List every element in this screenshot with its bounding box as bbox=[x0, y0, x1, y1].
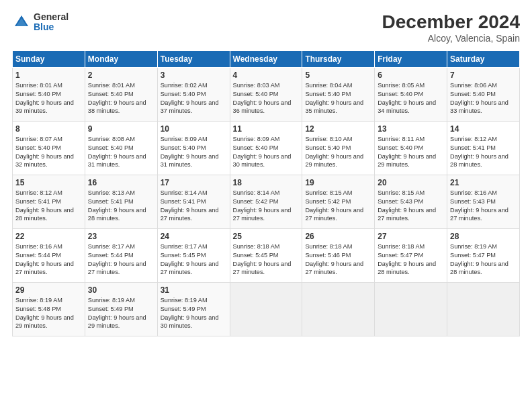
day-cell: 20Sunrise: 8:15 AM Sunset: 5:43 PM Dayli… bbox=[375, 175, 447, 228]
day-number: 17 bbox=[161, 178, 227, 187]
header-row: SundayMondayTuesdayWednesdayThursdayFrid… bbox=[13, 50, 520, 67]
col-header-sunday: Sunday bbox=[13, 50, 85, 67]
day-cell: 27Sunrise: 8:18 AM Sunset: 5:47 PM Dayli… bbox=[375, 228, 447, 282]
col-header-tuesday: Tuesday bbox=[157, 50, 230, 67]
day-number: 16 bbox=[88, 178, 154, 187]
month-title: December 2024 bbox=[382, 12, 520, 33]
day-cell: 4Sunrise: 8:03 AM Sunset: 5:40 PM Daylig… bbox=[230, 67, 302, 121]
day-number: 21 bbox=[450, 178, 517, 187]
day-detail: Sunrise: 8:09 AM Sunset: 5:40 PM Dayligh… bbox=[161, 135, 227, 170]
logo-blue-text: Blue bbox=[34, 22, 69, 32]
day-detail: Sunrise: 8:07 AM Sunset: 5:40 PM Dayligh… bbox=[15, 135, 82, 170]
week-row-4: 29Sunrise: 8:19 AM Sunset: 5:48 PM Dayli… bbox=[13, 282, 520, 336]
day-number: 24 bbox=[161, 232, 227, 241]
col-header-friday: Friday bbox=[375, 50, 447, 67]
day-cell: 11Sunrise: 8:09 AM Sunset: 5:40 PM Dayli… bbox=[230, 121, 302, 175]
day-detail: Sunrise: 8:02 AM Sunset: 5:40 PM Dayligh… bbox=[161, 81, 227, 116]
day-detail: Sunrise: 8:15 AM Sunset: 5:42 PM Dayligh… bbox=[305, 189, 371, 224]
day-cell: 30Sunrise: 8:19 AM Sunset: 5:49 PM Dayli… bbox=[85, 282, 157, 336]
day-detail: Sunrise: 8:08 AM Sunset: 5:40 PM Dayligh… bbox=[88, 135, 154, 170]
day-cell: 7Sunrise: 8:06 AM Sunset: 5:40 PM Daylig… bbox=[447, 67, 520, 121]
day-number: 19 bbox=[305, 178, 371, 187]
day-number: 30 bbox=[88, 285, 154, 295]
day-number: 23 bbox=[88, 232, 154, 241]
day-cell: 9Sunrise: 8:08 AM Sunset: 5:40 PM Daylig… bbox=[85, 121, 157, 175]
logo-icon bbox=[12, 13, 31, 32]
day-detail: Sunrise: 8:15 AM Sunset: 5:43 PM Dayligh… bbox=[378, 189, 444, 224]
location: Alcoy, Valencia, Spain bbox=[382, 33, 520, 44]
day-detail: Sunrise: 8:13 AM Sunset: 5:41 PM Dayligh… bbox=[88, 189, 154, 224]
day-cell: 12Sunrise: 8:10 AM Sunset: 5:40 PM Dayli… bbox=[302, 121, 375, 175]
day-number: 20 bbox=[378, 178, 444, 187]
day-detail: Sunrise: 8:18 AM Sunset: 5:46 PM Dayligh… bbox=[305, 242, 371, 277]
day-number: 29 bbox=[15, 285, 82, 295]
day-number: 28 bbox=[450, 232, 517, 241]
day-cell: 5Sunrise: 8:04 AM Sunset: 5:40 PM Daylig… bbox=[302, 67, 375, 121]
day-detail: Sunrise: 8:14 AM Sunset: 5:41 PM Dayligh… bbox=[161, 189, 227, 224]
day-cell: 15Sunrise: 8:12 AM Sunset: 5:41 PM Dayli… bbox=[13, 175, 85, 228]
day-cell bbox=[230, 282, 302, 336]
day-number: 5 bbox=[305, 71, 371, 80]
day-cell bbox=[375, 282, 447, 336]
day-detail: Sunrise: 8:01 AM Sunset: 5:40 PM Dayligh… bbox=[88, 81, 154, 116]
day-detail: Sunrise: 8:19 AM Sunset: 5:48 PM Dayligh… bbox=[15, 296, 82, 331]
day-cell: 19Sunrise: 8:15 AM Sunset: 5:42 PM Dayli… bbox=[302, 175, 375, 228]
col-header-monday: Monday bbox=[85, 50, 157, 67]
day-number: 10 bbox=[161, 124, 227, 134]
day-number: 12 bbox=[305, 124, 371, 134]
day-cell: 31Sunrise: 8:19 AM Sunset: 5:49 PM Dayli… bbox=[157, 282, 230, 336]
day-detail: Sunrise: 8:18 AM Sunset: 5:47 PM Dayligh… bbox=[378, 242, 444, 277]
day-detail: Sunrise: 8:06 AM Sunset: 5:40 PM Dayligh… bbox=[450, 81, 517, 116]
day-detail: Sunrise: 8:19 AM Sunset: 5:47 PM Dayligh… bbox=[450, 242, 517, 277]
day-number: 7 bbox=[450, 71, 517, 80]
day-detail: Sunrise: 8:11 AM Sunset: 5:40 PM Dayligh… bbox=[378, 135, 444, 170]
day-detail: Sunrise: 8:05 AM Sunset: 5:40 PM Dayligh… bbox=[378, 81, 444, 116]
day-cell: 3Sunrise: 8:02 AM Sunset: 5:40 PM Daylig… bbox=[157, 67, 230, 121]
day-detail: Sunrise: 8:19 AM Sunset: 5:49 PM Dayligh… bbox=[88, 296, 154, 331]
day-number: 8 bbox=[15, 124, 82, 134]
day-number: 26 bbox=[305, 232, 371, 241]
col-header-saturday: Saturday bbox=[447, 50, 520, 67]
day-detail: Sunrise: 8:09 AM Sunset: 5:40 PM Dayligh… bbox=[233, 135, 300, 170]
col-header-wednesday: Wednesday bbox=[230, 50, 302, 67]
day-cell: 18Sunrise: 8:14 AM Sunset: 5:42 PM Dayli… bbox=[230, 175, 302, 228]
day-number: 22 bbox=[15, 232, 82, 241]
week-row-2: 15Sunrise: 8:12 AM Sunset: 5:41 PM Dayli… bbox=[13, 175, 520, 228]
day-detail: Sunrise: 8:17 AM Sunset: 5:44 PM Dayligh… bbox=[88, 242, 154, 277]
logo-text: General Blue bbox=[34, 12, 69, 33]
day-number: 2 bbox=[88, 71, 154, 80]
day-number: 6 bbox=[378, 71, 444, 80]
day-cell: 13Sunrise: 8:11 AM Sunset: 5:40 PM Dayli… bbox=[375, 121, 447, 175]
day-number: 31 bbox=[161, 285, 227, 295]
day-number: 13 bbox=[378, 124, 444, 134]
header: General Blue December 2024 Alcoy, Valenc… bbox=[12, 12, 520, 44]
day-number: 1 bbox=[15, 71, 82, 80]
day-cell: 23Sunrise: 8:17 AM Sunset: 5:44 PM Dayli… bbox=[85, 228, 157, 282]
day-cell: 1Sunrise: 8:01 AM Sunset: 5:40 PM Daylig… bbox=[13, 67, 85, 121]
page: General Blue December 2024 Alcoy, Valenc… bbox=[0, 0, 532, 411]
day-detail: Sunrise: 8:16 AM Sunset: 5:43 PM Dayligh… bbox=[450, 189, 517, 224]
day-cell bbox=[447, 282, 520, 336]
day-detail: Sunrise: 8:12 AM Sunset: 5:41 PM Dayligh… bbox=[15, 189, 82, 224]
day-cell: 29Sunrise: 8:19 AM Sunset: 5:48 PM Dayli… bbox=[13, 282, 85, 336]
week-row-0: 1Sunrise: 8:01 AM Sunset: 5:40 PM Daylig… bbox=[13, 67, 520, 121]
day-detail: Sunrise: 8:19 AM Sunset: 5:49 PM Dayligh… bbox=[161, 296, 227, 331]
day-cell: 26Sunrise: 8:18 AM Sunset: 5:46 PM Dayli… bbox=[302, 228, 375, 282]
day-detail: Sunrise: 8:04 AM Sunset: 5:40 PM Dayligh… bbox=[305, 81, 371, 116]
calendar-table: SundayMondayTuesdayWednesdayThursdayFrid… bbox=[12, 50, 520, 336]
logo-general-text: General bbox=[34, 12, 69, 22]
day-number: 15 bbox=[15, 178, 82, 187]
col-header-thursday: Thursday bbox=[302, 50, 375, 67]
day-number: 4 bbox=[233, 71, 300, 80]
day-number: 9 bbox=[88, 124, 154, 134]
title-block: December 2024 Alcoy, Valencia, Spain bbox=[382, 12, 520, 44]
week-row-1: 8Sunrise: 8:07 AM Sunset: 5:40 PM Daylig… bbox=[13, 121, 520, 175]
day-cell bbox=[302, 282, 375, 336]
day-cell: 17Sunrise: 8:14 AM Sunset: 5:41 PM Dayli… bbox=[157, 175, 230, 228]
day-cell: 21Sunrise: 8:16 AM Sunset: 5:43 PM Dayli… bbox=[447, 175, 520, 228]
day-cell: 10Sunrise: 8:09 AM Sunset: 5:40 PM Dayli… bbox=[157, 121, 230, 175]
day-cell: 25Sunrise: 8:18 AM Sunset: 5:45 PM Dayli… bbox=[230, 228, 302, 282]
day-detail: Sunrise: 8:18 AM Sunset: 5:45 PM Dayligh… bbox=[233, 242, 300, 277]
day-cell: 16Sunrise: 8:13 AM Sunset: 5:41 PM Dayli… bbox=[85, 175, 157, 228]
day-cell: 2Sunrise: 8:01 AM Sunset: 5:40 PM Daylig… bbox=[85, 67, 157, 121]
